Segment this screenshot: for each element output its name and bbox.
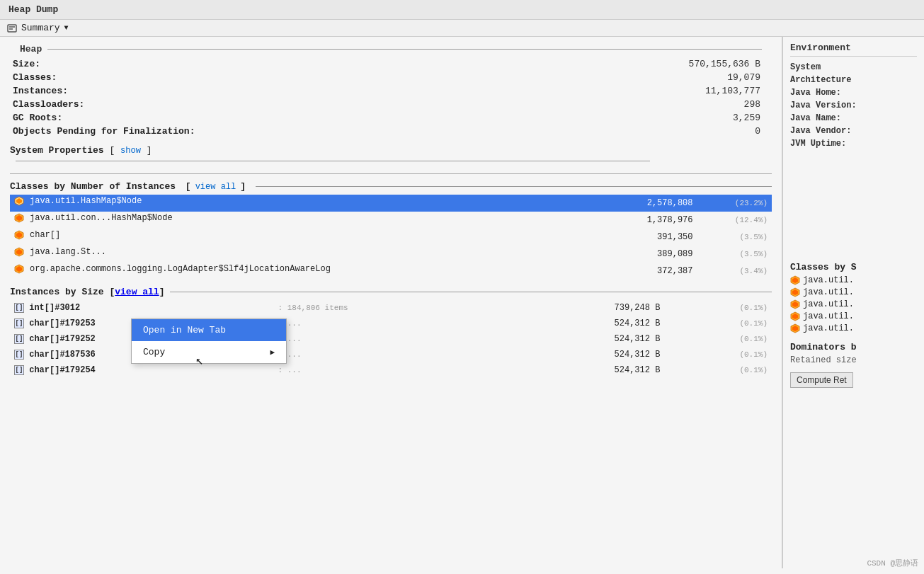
class-icon — [14, 196, 24, 206]
system-properties: System Properties [ show ] — [10, 145, 772, 166]
env-row: Java Home: — [790, 88, 917, 98]
system-props-show-link[interactable]: show — [120, 146, 141, 156]
title-bar-text: Heap Dump — [8, 4, 58, 15]
class-icon — [14, 230, 24, 240]
summary-icon — [7, 23, 17, 33]
svg-rect-0 — [8, 25, 16, 32]
dominators-section: Dominators b Retained size Compute Ret — [790, 342, 917, 388]
class-icon — [14, 213, 24, 223]
instance-row[interactable]: [] char[]#179253 : ... 524,312 B (0.1%) — [10, 316, 772, 331]
context-menu: Open in New Tab Copy ▶ — [131, 318, 287, 364]
classes-by-instances-table: java.util.HashMap$Node 2,578,808 (23.2%)… — [10, 195, 772, 280]
instances-by-size-section: Instances by Size [ view all ] [] int[]#… — [10, 287, 772, 378]
class-right-row: java.util. — [790, 311, 917, 321]
toolbar: Summary ▼ — [0, 20, 924, 37]
class-row[interactable]: java.lang.St... 389,089 (3.5%) — [10, 246, 772, 263]
heap-row: GC Roots:3,259 — [10, 111, 772, 125]
heap-row: Classloaders:298 — [10, 98, 772, 111]
heap-section: Heap Size:570,155,636 BClasses:19,079Ins… — [10, 44, 772, 138]
env-row: Java Version: — [790, 101, 917, 110]
class-row[interactable]: java.util.con...HashMap$Node 1,378,976 (… — [10, 212, 772, 229]
class-icon — [14, 247, 24, 257]
heap-section-header: Heap — [20, 44, 762, 54]
instances-view-all-link[interactable]: view all — [115, 287, 159, 297]
classes-view-all-link[interactable]: view all — [195, 182, 236, 192]
retained-size-label: Retained size — [790, 355, 917, 365]
instances-table: [] int[]#3012 : 184,806 items 739,248 B … — [10, 300, 772, 378]
system-props-label: System Properties — [10, 145, 104, 156]
watermark: CSDN @思静语 — [867, 558, 918, 568]
summary-dropdown-icon[interactable]: ▼ — [64, 24, 69, 32]
summary-label[interactable]: Summary — [21, 23, 60, 33]
class-right-row: java.util. — [790, 287, 917, 297]
heap-row: Objects Pending for Finalization:0 — [10, 125, 772, 138]
heap-row: Size:570,155,636 B — [10, 57, 772, 71]
env-row: Java Vendor: — [790, 126, 917, 136]
environment-title: Environment — [790, 42, 917, 57]
compute-button[interactable]: Compute Ret — [790, 372, 853, 388]
class-row[interactable]: java.util.HashMap$Node 2,578,808 (23.2%) — [10, 195, 772, 212]
right-panel: Environment SystemArchitectureJava Home:… — [782, 37, 924, 568]
instance-row[interactable]: [] char[]#179254 : ... 524,312 B (0.1%) — [10, 362, 772, 378]
context-menu-open-in-new-tab[interactable]: Open in New Tab — [132, 319, 286, 341]
classes-right-title: Classes by S — [790, 262, 917, 272]
instance-row[interactable]: [] char[]#187536 : ... 524,312 B (0.1%) — [10, 347, 772, 362]
main-content: Heap Size:570,155,636 BClasses:19,079Ins… — [0, 37, 924, 568]
instance-row[interactable]: [] int[]#3012 : 184,806 items 739,248 B … — [10, 300, 772, 316]
context-menu-copy[interactable]: Copy ▶ — [132, 341, 286, 363]
class-icon — [14, 264, 24, 274]
classes-by-instances-section: Classes by Number of Instances [ view al… — [10, 181, 772, 280]
classes-by-instances-header: Classes by Number of Instances [ view al… — [10, 181, 772, 192]
env-row: Architecture — [790, 75, 917, 85]
env-row: JVM Uptime: — [790, 139, 917, 149]
class-right-row: java.util. — [790, 275, 917, 285]
class-right-row: java.util. — [790, 299, 917, 309]
class-right-row: java.util. — [790, 323, 917, 333]
title-bar: Heap Dump — [0, 0, 924, 20]
heap-table: Size:570,155,636 BClasses:19,079Instance… — [10, 57, 772, 138]
dominators-title: Dominators b — [790, 342, 917, 352]
heap-row: Instances:11,103,777 — [10, 84, 772, 98]
class-row[interactable]: char[] 391,350 (3.5%) — [10, 229, 772, 246]
env-row: System — [790, 62, 917, 72]
instances-section-title: Instances by Size — [10, 287, 104, 297]
class-row[interactable]: org.apache.commons.logging.LogAdapter$Sl… — [10, 263, 772, 280]
heap-row: Classes:19,079 — [10, 71, 772, 84]
instance-row[interactable]: [] char[]#179252 : ... 524,312 B (0.1%) — [10, 331, 772, 347]
left-panel: Heap Size:570,155,636 BClasses:19,079Ins… — [0, 37, 782, 568]
env-row: Java Name: — [790, 113, 917, 123]
